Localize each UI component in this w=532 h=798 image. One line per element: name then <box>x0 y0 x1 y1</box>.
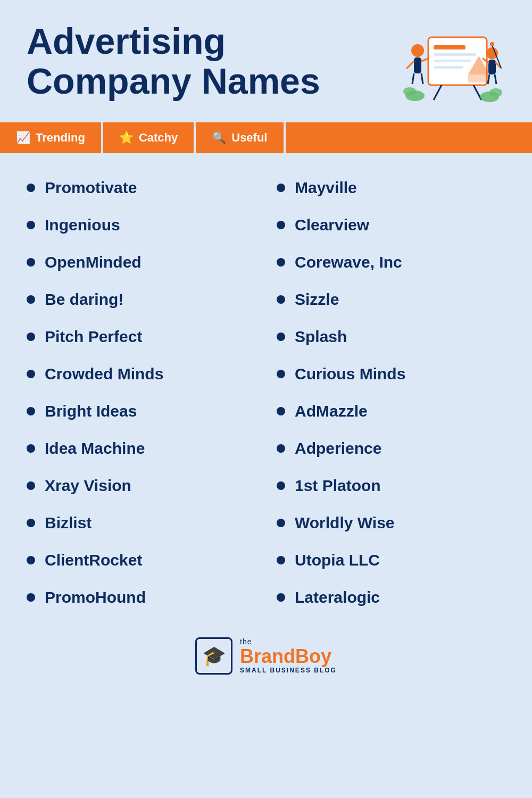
trending-icon: 📈 <box>16 131 30 145</box>
list-item: Corewave, Inc <box>266 244 516 281</box>
list-item: 1st Platoon <box>266 467 516 504</box>
list-item: PromoHound <box>16 579 266 616</box>
svg-line-14 <box>421 73 423 84</box>
item-text: Be daring! <box>45 290 123 309</box>
bullet <box>27 481 35 490</box>
logo-the: the <box>240 638 337 646</box>
list-item: Pitch Perfect <box>16 318 266 355</box>
list-item: Bright Ideas <box>16 393 266 430</box>
svg-rect-2 <box>434 53 476 56</box>
logo-brandboy: BrandBoy <box>240 646 337 667</box>
bullet <box>27 258 35 267</box>
svg-rect-1 <box>434 45 466 49</box>
svg-line-12 <box>421 59 428 61</box>
item-text: Ingenious <box>45 216 120 234</box>
list-item: Ingenious <box>16 206 266 244</box>
item-text: Mayville <box>295 179 357 197</box>
bullet <box>277 519 285 527</box>
footer: 🎓 the BrandBoy SMALL BUSINESS BLOG <box>0 627 532 691</box>
item-text: Crowded Minds <box>45 365 163 383</box>
list-item: Lateralogic <box>266 579 516 616</box>
bullet <box>277 593 285 602</box>
list-item: Mayville <box>266 169 516 206</box>
item-text: PromoHound <box>45 588 146 606</box>
bullet <box>277 556 285 564</box>
tab-catchy[interactable]: ⭐ Catchy <box>103 122 196 153</box>
bullet <box>277 295 285 304</box>
list-item: Adperience <box>266 430 516 467</box>
svg-line-7 <box>434 85 442 100</box>
header-illustration <box>399 21 505 106</box>
item-text: OpenMinded <box>45 253 142 271</box>
useful-icon: 🔍 <box>212 131 226 145</box>
bullet <box>27 332 35 341</box>
list-item: Utopia LLC <box>266 542 516 579</box>
list-item: Splash <box>266 318 516 355</box>
item-text: Promotivate <box>45 179 137 197</box>
list-item: Be daring! <box>16 281 266 318</box>
tab-catchy-label: Catchy <box>139 131 178 145</box>
svg-point-22 <box>490 42 494 46</box>
item-text: Bizlist <box>45 514 92 532</box>
tab-trending-label: Trending <box>36 131 85 145</box>
list-item: Idea Machine <box>16 430 266 467</box>
item-text: AdMazzle <box>295 402 368 420</box>
svg-point-24 <box>403 87 416 96</box>
bullet <box>277 481 285 490</box>
page-wrapper: Advertising Company Names <box>0 0 532 712</box>
bullet <box>277 221 285 229</box>
item-text: ClientRocket <box>45 551 142 569</box>
svg-point-9 <box>411 44 424 57</box>
logo-subtitle: SMALL BUSINESS BLOG <box>240 667 337 674</box>
bullet <box>277 407 285 415</box>
list-item: Curious Minds <box>266 355 516 393</box>
bullet <box>27 593 35 602</box>
tab-useful-label: Useful <box>231 131 267 145</box>
tab-trending[interactable]: 📈 Trending <box>0 122 103 153</box>
page-title: Advertising Company Names <box>27 21 320 101</box>
bullet <box>27 407 35 415</box>
item-text: Utopia LLC <box>295 551 380 569</box>
svg-line-11 <box>407 61 414 68</box>
item-text: Splash <box>295 328 347 346</box>
header: Advertising Company Names <box>0 0 532 117</box>
svg-rect-6 <box>468 74 489 82</box>
logo-icon: 🎓 <box>195 637 232 675</box>
bullet <box>277 184 285 192</box>
logo-text: the BrandBoy SMALL BUSINESS BLOG <box>240 638 337 674</box>
tab-useful[interactable]: 🔍 Useful <box>196 122 285 153</box>
svg-point-15 <box>486 47 498 59</box>
bullet <box>277 370 285 378</box>
left-list: Promotivate Ingenious OpenMinded Be dari… <box>16 169 266 616</box>
svg-rect-10 <box>414 57 421 73</box>
bullet <box>27 519 35 527</box>
catchy-icon: ⭐ <box>119 131 134 145</box>
svg-rect-4 <box>434 66 463 69</box>
svg-line-13 <box>412 73 414 84</box>
content-area: Promotivate Ingenious OpenMinded Be dari… <box>0 153 532 627</box>
tab-bar: 📈 Trending ⭐ Catchy 🔍 Useful <box>0 122 532 153</box>
item-text: 1st Platoon <box>295 477 381 495</box>
item-text: Lateralogic <box>295 588 380 606</box>
list-item: ClientRocket <box>16 542 266 579</box>
bullet <box>27 370 35 378</box>
svg-point-26 <box>489 88 502 97</box>
list-item: Clearview <box>266 206 516 244</box>
bullet <box>27 295 35 304</box>
list-item: Crowded Minds <box>16 355 266 393</box>
bullet <box>277 258 285 267</box>
item-text: Pitch Perfect <box>45 328 142 346</box>
right-list: Mayville Clearview Corewave, Inc Sizzle … <box>266 169 516 616</box>
list-item: Bizlist <box>16 504 266 542</box>
logo: 🎓 the BrandBoy SMALL BUSINESS BLOG <box>195 637 337 675</box>
list-item: Sizzle <box>266 281 516 318</box>
bullet <box>27 556 35 564</box>
svg-line-20 <box>495 74 496 84</box>
item-text: Idea Machine <box>45 439 145 458</box>
item-text: Xray Vision <box>45 477 131 495</box>
item-text: Sizzle <box>295 290 339 309</box>
list-item: AdMazzle <box>266 393 516 430</box>
item-text: Bright Ideas <box>45 402 137 420</box>
item-text: Curious Minds <box>295 365 405 383</box>
item-text: Clearview <box>295 216 369 234</box>
